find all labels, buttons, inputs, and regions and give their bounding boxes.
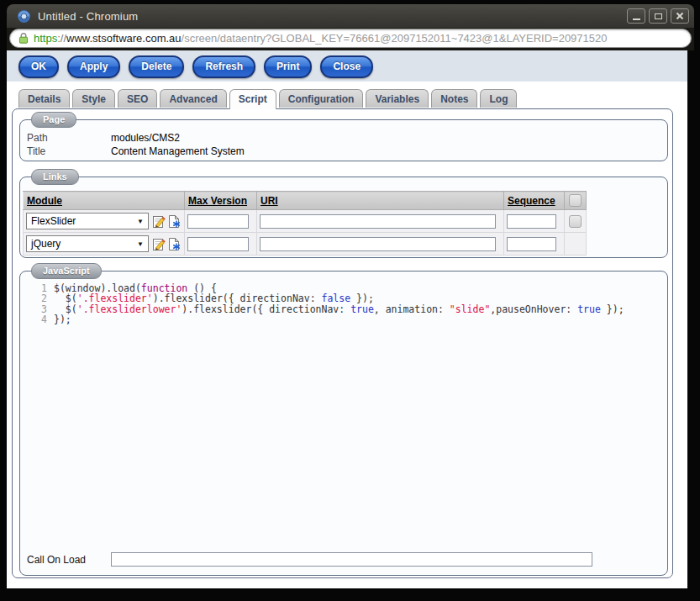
row-select-cell — [565, 210, 587, 233]
javascript-section: JavaScript 1$(window).load(function () {… — [19, 271, 668, 576]
javascript-section-legend: JavaScript — [31, 263, 102, 279]
field-label: Path — [27, 131, 111, 145]
module-cell: FlexSlider ▼ — [24, 210, 185, 233]
column-header-label[interactable]: URI — [261, 195, 278, 207]
links-section-legend: Links — [31, 169, 79, 185]
field-value: Content Management System — [111, 145, 245, 157]
field-value: modules/CMS2 — [111, 132, 180, 144]
tab-bar: DetailsStyleSEOAdvancedScriptConfigurati… — [7, 82, 687, 108]
delete-button[interactable]: Delete — [129, 55, 184, 78]
minimize-icon — [633, 18, 640, 20]
code-token: "slide" — [450, 303, 490, 315]
new-document-icon[interactable] — [167, 214, 182, 229]
toolbar: OKApplyDeleteRefreshPrintClose — [7, 50, 687, 82]
code-line: 4}); — [25, 314, 664, 324]
uri-input[interactable] — [260, 237, 496, 251]
page-section-legend: Page — [31, 112, 76, 128]
module-cell: jQuery ▼ — [24, 233, 185, 256]
tab-notes[interactable]: Notes — [431, 89, 477, 108]
tab-log[interactable]: Log — [480, 89, 517, 108]
code-token: ).flexslider({ directionNav: — [182, 303, 350, 315]
address-bar[interactable]: https://www.stsoftware.com.au/screen/dat… — [9, 29, 692, 48]
code-token: true — [577, 303, 601, 315]
url-path: /screen/dataentry?GLOBAL_KEY=76661@20971… — [182, 32, 608, 45]
field-label: Title — [27, 145, 111, 158]
url-scheme: https — [34, 32, 57, 45]
code-token: }); — [601, 303, 624, 315]
chromium-icon — [17, 9, 31, 24]
column-header-label[interactable]: Max Version — [188, 195, 247, 207]
code-text: }); — [54, 314, 71, 324]
refresh-button[interactable]: Refresh — [192, 55, 255, 78]
code-token: }); — [54, 314, 71, 325]
print-button[interactable]: Print — [264, 55, 312, 78]
maximize-icon — [655, 13, 662, 19]
window-title: Untitled - Chromium — [38, 10, 138, 23]
call-on-load-label: Call On Load — [27, 554, 111, 566]
sequence-cell — [504, 210, 565, 233]
code-text: $('.flexsliderlower').flexslider({ direc… — [54, 304, 624, 314]
tab-configuration[interactable]: Configuration — [279, 89, 364, 108]
script-editor[interactable]: 1$(window).load(function () {2 $('.flexs… — [25, 283, 664, 519]
window-controls — [624, 8, 689, 24]
tab-panel: Page Pathmodules/CMS2TitleContent Manage… — [12, 108, 673, 578]
tab-script[interactable]: Script — [229, 89, 276, 109]
window-titlebar[interactable]: Untitled - Chromium — [7, 4, 694, 28]
module-select[interactable]: jQuery ▼ — [26, 235, 149, 252]
call-on-load-input[interactable] — [111, 552, 592, 567]
row-select-cell — [565, 233, 587, 256]
url-separator: :// — [57, 32, 66, 45]
sequence-input[interactable] — [507, 237, 556, 251]
close-button[interactable] — [671, 8, 689, 24]
ok-button[interactable]: OK — [18, 55, 59, 78]
max-version-input[interactable] — [187, 237, 249, 251]
select-all-checkbox[interactable] — [569, 194, 582, 207]
new-document-icon[interactable] — [167, 237, 182, 251]
sequence-input[interactable] — [507, 214, 556, 229]
tab-seo[interactable]: SEO — [118, 89, 157, 108]
page-field-row: Pathmodules/CMS2 — [27, 131, 661, 145]
module-select-value: jQuery — [31, 238, 61, 250]
url-host: www.stsoftware.com.au — [66, 32, 182, 45]
line-number: 2 — [25, 293, 54, 303]
max-version-input[interactable] — [187, 214, 249, 229]
apply-button[interactable]: Apply — [67, 55, 120, 78]
module-select-value: FlexSlider — [31, 215, 76, 227]
code-token: , animation: — [374, 303, 450, 315]
maximize-button[interactable] — [649, 8, 667, 24]
minimize-button[interactable] — [627, 8, 645, 24]
code-token: ,pauseOnHover: — [490, 303, 577, 315]
code-token: true — [350, 303, 374, 315]
column-header-select — [565, 192, 587, 210]
column-header-sequence: Sequence — [504, 192, 565, 210]
close-button[interactable]: Close — [320, 55, 373, 78]
tab-advanced[interactable]: Advanced — [160, 89, 226, 108]
uri-input[interactable] — [260, 214, 496, 229]
column-header-max-version: Max Version — [185, 192, 257, 210]
module-select[interactable]: FlexSlider ▼ — [26, 213, 149, 229]
column-header-label[interactable]: Module — [27, 195, 62, 207]
max-version-cell — [185, 210, 257, 233]
links-table-row: jQuery ▼ — [24, 233, 587, 256]
call-on-load-row: Call On Load — [27, 552, 667, 567]
chevron-down-icon: ▼ — [137, 218, 144, 225]
tab-details[interactable]: Details — [18, 89, 70, 108]
line-number: 1 — [25, 283, 54, 293]
row-checkbox[interactable] — [569, 215, 582, 228]
edit-icon[interactable] — [152, 214, 166, 229]
sequence-cell — [504, 233, 565, 256]
edit-icon[interactable] — [152, 237, 166, 251]
column-header-module: Module — [24, 192, 185, 210]
code-token: '.flexsliderlower' — [77, 303, 182, 315]
chevron-down-icon: ▼ — [137, 240, 144, 248]
links-table-header-row: ModuleMax VersionURISequence — [24, 192, 587, 210]
page-section: Page Pathmodules/CMS2TitleContent Manage… — [19, 119, 668, 161]
max-version-cell — [185, 233, 257, 256]
page-field-row: TitleContent Management System — [27, 145, 661, 158]
close-icon — [676, 12, 684, 20]
tab-style[interactable]: Style — [72, 89, 115, 108]
column-header-label[interactable]: Sequence — [508, 195, 555, 207]
code-line: 3 $('.flexsliderlower').flexslider({ dir… — [25, 304, 664, 314]
tab-variables[interactable]: Variables — [366, 89, 429, 108]
uri-cell — [257, 233, 504, 256]
